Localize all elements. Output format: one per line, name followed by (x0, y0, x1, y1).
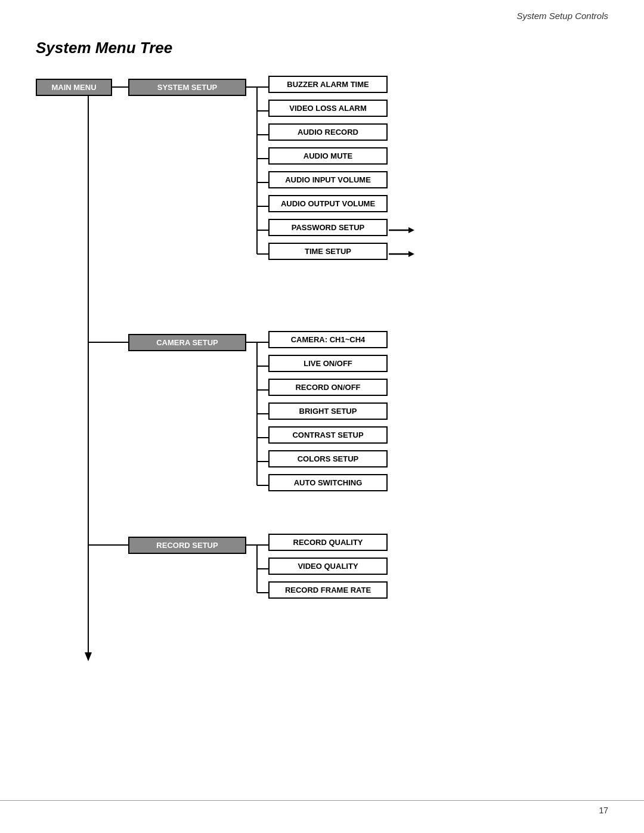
system-item-0: BUZZER ALARM TIME (268, 76, 388, 93)
camera-item-2: RECORD ON/OFF (268, 379, 388, 396)
svg-marker-33 (408, 251, 414, 257)
record-item-0: RECORD QUALITY (268, 534, 388, 551)
main-menu-node: MAIN MENU (36, 79, 112, 96)
camera-item-3: BRIGHT SETUP (268, 402, 388, 420)
system-item-5: AUDIO OUTPUT VOLUME (268, 195, 388, 212)
camera-item-4: CONTRAST SETUP (268, 426, 388, 444)
page-title: System Menu Tree (36, 39, 608, 57)
system-item-2: AUDIO RECORD (268, 123, 388, 141)
system-setup-node: SYSTEM SETUP (128, 79, 246, 96)
page-footer: 17 (0, 800, 644, 815)
svg-marker-3 (85, 652, 92, 661)
camera-item-5: COLORS SETUP (268, 450, 388, 467)
camera-item-6: AUTO SWITCHING (268, 474, 388, 491)
camera-item-1: LIVE ON/OFF (268, 355, 388, 372)
svg-marker-31 (408, 227, 414, 233)
system-item-7: TIME SETUP (268, 243, 388, 260)
camera-item-0: CAMERA: CH1~CH4 (268, 331, 388, 348)
record-item-1: VIDEO QUALITY (268, 558, 388, 575)
record-item-2: RECORD FRAME RATE (268, 581, 388, 599)
section-title: System Setup Controls (517, 11, 608, 21)
system-item-1: VIDEO LOSS ALARM (268, 100, 388, 117)
record-setup-node: RECORD SETUP (128, 537, 246, 554)
system-item-4: AUDIO INPUT VOLUME (268, 171, 388, 188)
camera-setup-node: CAMERA SETUP (128, 334, 246, 351)
system-item-3: AUDIO MUTE (268, 147, 388, 165)
system-item-6: PASSWORD SETUP (268, 219, 388, 236)
tree-diagram: MAIN MENU SYSTEM SETUP BUZZER ALARM TIME… (36, 74, 608, 700)
page-number: 17 (599, 806, 608, 815)
